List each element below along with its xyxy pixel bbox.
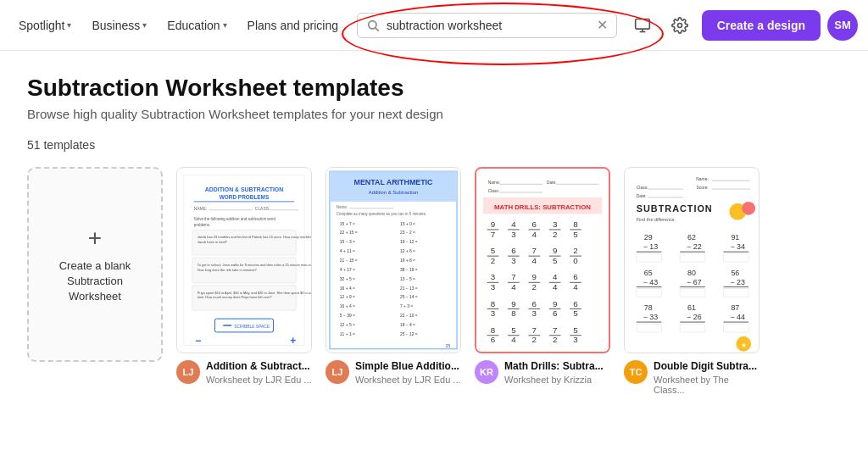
page-title: Subtraction Worksheet templates	[27, 75, 841, 102]
svg-text:91: 91	[731, 233, 739, 242]
svg-text:16 − 12 =: 16 − 12 =	[400, 240, 418, 244]
svg-text:8: 8	[511, 308, 515, 318]
svg-text:Jacob have in total?: Jacob have in total?	[198, 240, 228, 244]
svg-rect-190	[637, 324, 662, 332]
svg-text:25: 25	[446, 344, 451, 348]
card-avatar-img-2: LJ	[326, 360, 349, 384]
template-card-1[interactable]: ADDITION & SUBTRACTION WORD PROBLEMS NAM…	[176, 167, 312, 385]
svg-rect-66	[476, 169, 609, 352]
svg-text:6: 6	[553, 308, 557, 318]
svg-text:− 33: − 33	[643, 313, 659, 321]
template-card-2[interactable]: MENTAL ARITHMETIC Addition & Subtraction…	[326, 167, 461, 385]
svg-text:3: 3	[511, 256, 515, 265]
template-preview-4: Name: Score: Class: Date: SUBTRACTION Fi…	[625, 168, 759, 353]
svg-text:6: 6	[511, 246, 515, 255]
svg-text:6: 6	[532, 299, 537, 308]
template-thumb-1: ADDITION & SUBTRACTION WORD PROBLEMS NAM…	[176, 167, 312, 353]
svg-text:Solve the following addition a: Solve the following addition and subtrac…	[194, 217, 276, 221]
main-content: Subtraction Worksheet templates Browse h…	[0, 51, 868, 412]
svg-text:− 13: − 13	[643, 242, 659, 251]
search-input[interactable]	[387, 19, 590, 32]
create-design-button[interactable]: Create a design	[702, 10, 821, 41]
svg-text:3: 3	[511, 230, 515, 239]
nav-spotlight[interactable]: Spotlight ▾	[10, 14, 80, 37]
svg-text:4 + 17 =: 4 + 17 =	[340, 268, 355, 272]
svg-text:2: 2	[491, 256, 495, 265]
search-wrapper: ✕	[357, 13, 617, 38]
svg-text:MATH DRILLS: SUBTRACTION: MATH DRILLS: SUBTRACTION	[494, 203, 591, 211]
svg-text:− 43: − 43	[643, 278, 659, 286]
page-subtitle: Browse high quality Subtraction Workshee…	[27, 107, 841, 121]
spotlight-chevron-icon: ▾	[67, 20, 71, 30]
svg-text:NAME:: NAME:	[194, 207, 208, 211]
svg-text:4: 4	[532, 256, 537, 265]
svg-text:25 − 12 =: 25 − 12 =	[400, 332, 418, 336]
svg-text:Class:: Class:	[488, 189, 500, 193]
svg-point-5	[677, 23, 682, 27]
search-icon	[366, 19, 380, 32]
svg-text:7: 7	[511, 272, 515, 281]
card-info-2: LJ Simple Blue Additio... Worksheet by L…	[326, 360, 461, 385]
create-blank-card[interactable]: + Create a blankSubtractionWorksheet	[27, 167, 163, 362]
svg-text:8: 8	[573, 219, 577, 229]
svg-text:15 − 3 =: 15 − 3 =	[340, 240, 355, 244]
svg-text:Date:: Date:	[637, 194, 647, 198]
svg-text:+: +	[290, 335, 296, 347]
svg-rect-166	[637, 253, 662, 262]
card-avatar-2: LJ	[326, 360, 349, 384]
card-title-2: Simple Blue Additio...	[355, 360, 461, 374]
svg-text:3: 3	[491, 272, 495, 281]
svg-text:4 + 11 =: 4 + 11 =	[340, 249, 355, 253]
card-title-4: Double Digit Subtra...	[654, 360, 760, 374]
svg-text:7: 7	[553, 325, 557, 335]
svg-text:2: 2	[532, 282, 537, 292]
svg-text:4: 4	[573, 282, 578, 292]
nav-business[interactable]: Business ▾	[83, 14, 155, 37]
svg-text:3: 3	[553, 219, 557, 229]
svg-text:6: 6	[491, 336, 495, 345]
svg-text:CLASS:: CLASS:	[255, 207, 270, 211]
svg-text:78: 78	[644, 303, 653, 312]
nav-education[interactable]: Education ▾	[159, 14, 235, 37]
svg-text:5: 5	[491, 246, 496, 255]
svg-text:9: 9	[553, 246, 557, 255]
svg-text:62: 62	[687, 233, 696, 242]
svg-text:5: 5	[573, 325, 578, 335]
svg-text:23 − 2 =: 23 − 2 =	[400, 231, 415, 235]
settings-icon-button[interactable]	[665, 10, 695, 41]
nav-right: Create a design SM	[627, 10, 858, 41]
svg-text:★: ★	[741, 342, 747, 349]
svg-text:MENTAL ARITHMETIC: MENTAL ARITHMETIC	[353, 178, 433, 186]
user-avatar[interactable]: SM	[827, 10, 858, 41]
svg-text:6: 6	[573, 272, 577, 281]
svg-text:4: 4	[532, 230, 537, 239]
svg-rect-186	[724, 289, 749, 297]
svg-text:25 − 14 =: 25 − 14 =	[400, 295, 418, 299]
template-card-4[interactable]: Name: Score: Class: Date: SUBTRACTION Fi…	[624, 167, 760, 395]
svg-text:2: 2	[553, 230, 557, 239]
nav-plans-label: Plans and pricing	[248, 19, 338, 32]
svg-text:65: 65	[644, 269, 653, 277]
template-card-3[interactable]: Name: Date: Class: MATH DRILLS: SUBTRACT…	[475, 167, 610, 385]
svg-text:3: 3	[491, 308, 495, 318]
svg-text:− 44: − 44	[730, 313, 745, 321]
svg-text:2: 2	[573, 246, 577, 255]
template-grid: + Create a blankSubtractionWorksheet ADD…	[27, 167, 841, 395]
svg-text:− 34: − 34	[730, 242, 745, 251]
svg-text:5: 5	[511, 325, 516, 335]
svg-text:− 22: − 22	[687, 242, 702, 251]
svg-text:12 + 6 =: 12 + 6 =	[400, 249, 415, 253]
nav-plans[interactable]: Plans and pricing	[239, 14, 347, 37]
svg-text:5: 5	[553, 256, 558, 265]
search-clear-button[interactable]: ✕	[597, 19, 608, 32]
card-subtitle-4: Worksheet by The Class...	[654, 375, 760, 395]
card-info-1: LJ Addition & Subtract... Worksheet by L…	[176, 360, 312, 385]
monitor-icon-button[interactable]	[627, 10, 658, 41]
card-avatar-img-3: KR	[475, 360, 498, 384]
svg-text:Priya spent $14 in April, $16 : Priya spent $14 in April, $16 in May, an…	[198, 291, 311, 295]
svg-text:6: 6	[573, 299, 577, 308]
svg-text:− 26: − 26	[687, 313, 702, 321]
svg-text:8: 8	[491, 325, 495, 335]
svg-rect-174	[724, 253, 749, 262]
svg-text:13 + 0 =: 13 + 0 =	[400, 222, 415, 226]
